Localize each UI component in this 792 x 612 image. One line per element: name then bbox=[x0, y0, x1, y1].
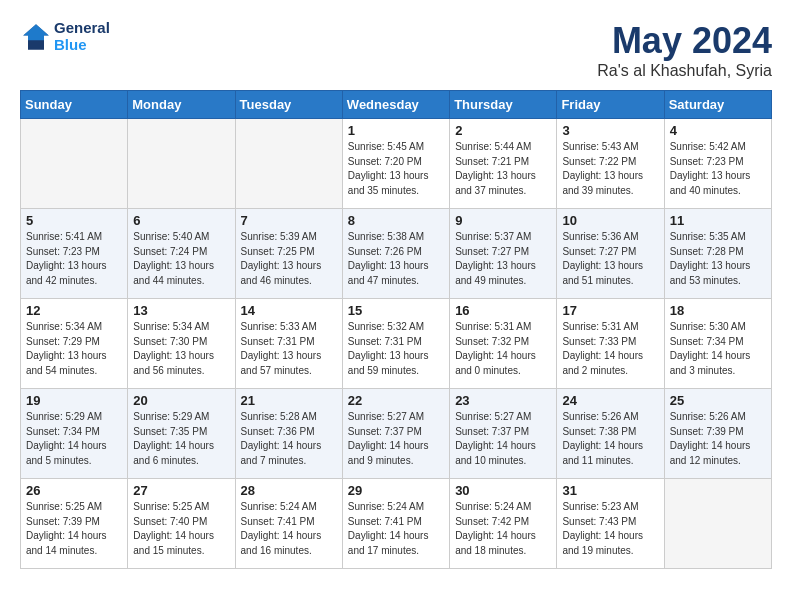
calendar-cell: 6Sunrise: 5:40 AM Sunset: 7:24 PM Daylig… bbox=[128, 209, 235, 299]
calendar-cell: 2Sunrise: 5:44 AM Sunset: 7:21 PM Daylig… bbox=[450, 119, 557, 209]
week-row-3: 12Sunrise: 5:34 AM Sunset: 7:29 PM Dayli… bbox=[21, 299, 772, 389]
calendar-cell: 22Sunrise: 5:27 AM Sunset: 7:37 PM Dayli… bbox=[342, 389, 449, 479]
day-info: Sunrise: 5:32 AM Sunset: 7:31 PM Dayligh… bbox=[348, 320, 444, 378]
logo-line2: Blue bbox=[54, 37, 110, 54]
day-number: 17 bbox=[562, 303, 658, 318]
day-number: 25 bbox=[670, 393, 766, 408]
calendar-cell bbox=[128, 119, 235, 209]
day-number: 28 bbox=[241, 483, 337, 498]
page-header: General Blue May 2024 Ra's al Khashufah,… bbox=[20, 20, 772, 80]
day-number: 24 bbox=[562, 393, 658, 408]
day-number: 9 bbox=[455, 213, 551, 228]
weekday-header-friday: Friday bbox=[557, 91, 664, 119]
calendar-cell: 23Sunrise: 5:27 AM Sunset: 7:37 PM Dayli… bbox=[450, 389, 557, 479]
day-info: Sunrise: 5:27 AM Sunset: 7:37 PM Dayligh… bbox=[455, 410, 551, 468]
weekday-header-sunday: Sunday bbox=[21, 91, 128, 119]
day-info: Sunrise: 5:25 AM Sunset: 7:39 PM Dayligh… bbox=[26, 500, 122, 558]
calendar-cell: 12Sunrise: 5:34 AM Sunset: 7:29 PM Dayli… bbox=[21, 299, 128, 389]
calendar-cell: 26Sunrise: 5:25 AM Sunset: 7:39 PM Dayli… bbox=[21, 479, 128, 569]
calendar-cell: 10Sunrise: 5:36 AM Sunset: 7:27 PM Dayli… bbox=[557, 209, 664, 299]
week-row-5: 26Sunrise: 5:25 AM Sunset: 7:39 PM Dayli… bbox=[21, 479, 772, 569]
month-title: May 2024 bbox=[597, 20, 772, 62]
calendar-cell: 5Sunrise: 5:41 AM Sunset: 7:23 PM Daylig… bbox=[21, 209, 128, 299]
calendar-cell: 21Sunrise: 5:28 AM Sunset: 7:36 PM Dayli… bbox=[235, 389, 342, 479]
day-info: Sunrise: 5:42 AM Sunset: 7:23 PM Dayligh… bbox=[670, 140, 766, 198]
day-info: Sunrise: 5:37 AM Sunset: 7:27 PM Dayligh… bbox=[455, 230, 551, 288]
day-number: 12 bbox=[26, 303, 122, 318]
day-number: 21 bbox=[241, 393, 337, 408]
week-row-4: 19Sunrise: 5:29 AM Sunset: 7:34 PM Dayli… bbox=[21, 389, 772, 479]
calendar-cell: 9Sunrise: 5:37 AM Sunset: 7:27 PM Daylig… bbox=[450, 209, 557, 299]
day-number: 6 bbox=[133, 213, 229, 228]
calendar-cell: 7Sunrise: 5:39 AM Sunset: 7:25 PM Daylig… bbox=[235, 209, 342, 299]
day-info: Sunrise: 5:29 AM Sunset: 7:34 PM Dayligh… bbox=[26, 410, 122, 468]
day-info: Sunrise: 5:35 AM Sunset: 7:28 PM Dayligh… bbox=[670, 230, 766, 288]
day-info: Sunrise: 5:38 AM Sunset: 7:26 PM Dayligh… bbox=[348, 230, 444, 288]
calendar-cell: 17Sunrise: 5:31 AM Sunset: 7:33 PM Dayli… bbox=[557, 299, 664, 389]
day-info: Sunrise: 5:45 AM Sunset: 7:20 PM Dayligh… bbox=[348, 140, 444, 198]
day-number: 11 bbox=[670, 213, 766, 228]
day-number: 23 bbox=[455, 393, 551, 408]
day-number: 29 bbox=[348, 483, 444, 498]
day-info: Sunrise: 5:24 AM Sunset: 7:41 PM Dayligh… bbox=[241, 500, 337, 558]
day-number: 22 bbox=[348, 393, 444, 408]
day-info: Sunrise: 5:31 AM Sunset: 7:33 PM Dayligh… bbox=[562, 320, 658, 378]
logo-icon bbox=[20, 21, 52, 53]
calendar-table: SundayMondayTuesdayWednesdayThursdayFrid… bbox=[20, 90, 772, 569]
calendar-cell: 4Sunrise: 5:42 AM Sunset: 7:23 PM Daylig… bbox=[664, 119, 771, 209]
calendar-cell bbox=[664, 479, 771, 569]
day-number: 13 bbox=[133, 303, 229, 318]
title-block: May 2024 Ra's al Khashufah, Syria bbox=[597, 20, 772, 80]
day-number: 30 bbox=[455, 483, 551, 498]
day-info: Sunrise: 5:26 AM Sunset: 7:38 PM Dayligh… bbox=[562, 410, 658, 468]
calendar-cell: 11Sunrise: 5:35 AM Sunset: 7:28 PM Dayli… bbox=[664, 209, 771, 299]
day-info: Sunrise: 5:43 AM Sunset: 7:22 PM Dayligh… bbox=[562, 140, 658, 198]
day-number: 7 bbox=[241, 213, 337, 228]
day-number: 20 bbox=[133, 393, 229, 408]
day-number: 31 bbox=[562, 483, 658, 498]
calendar-cell: 25Sunrise: 5:26 AM Sunset: 7:39 PM Dayli… bbox=[664, 389, 771, 479]
day-info: Sunrise: 5:39 AM Sunset: 7:25 PM Dayligh… bbox=[241, 230, 337, 288]
day-info: Sunrise: 5:29 AM Sunset: 7:35 PM Dayligh… bbox=[133, 410, 229, 468]
day-info: Sunrise: 5:23 AM Sunset: 7:43 PM Dayligh… bbox=[562, 500, 658, 558]
calendar-cell: 1Sunrise: 5:45 AM Sunset: 7:20 PM Daylig… bbox=[342, 119, 449, 209]
svg-marker-1 bbox=[23, 24, 49, 40]
calendar-cell: 31Sunrise: 5:23 AM Sunset: 7:43 PM Dayli… bbox=[557, 479, 664, 569]
day-info: Sunrise: 5:41 AM Sunset: 7:23 PM Dayligh… bbox=[26, 230, 122, 288]
day-info: Sunrise: 5:44 AM Sunset: 7:21 PM Dayligh… bbox=[455, 140, 551, 198]
calendar-cell: 28Sunrise: 5:24 AM Sunset: 7:41 PM Dayli… bbox=[235, 479, 342, 569]
calendar-cell: 3Sunrise: 5:43 AM Sunset: 7:22 PM Daylig… bbox=[557, 119, 664, 209]
weekday-header-monday: Monday bbox=[128, 91, 235, 119]
calendar-cell: 14Sunrise: 5:33 AM Sunset: 7:31 PM Dayli… bbox=[235, 299, 342, 389]
day-info: Sunrise: 5:30 AM Sunset: 7:34 PM Dayligh… bbox=[670, 320, 766, 378]
day-number: 15 bbox=[348, 303, 444, 318]
day-number: 4 bbox=[670, 123, 766, 138]
day-info: Sunrise: 5:31 AM Sunset: 7:32 PM Dayligh… bbox=[455, 320, 551, 378]
day-info: Sunrise: 5:34 AM Sunset: 7:30 PM Dayligh… bbox=[133, 320, 229, 378]
calendar-cell: 15Sunrise: 5:32 AM Sunset: 7:31 PM Dayli… bbox=[342, 299, 449, 389]
day-number: 1 bbox=[348, 123, 444, 138]
day-info: Sunrise: 5:34 AM Sunset: 7:29 PM Dayligh… bbox=[26, 320, 122, 378]
calendar-cell: 24Sunrise: 5:26 AM Sunset: 7:38 PM Dayli… bbox=[557, 389, 664, 479]
calendar-cell: 30Sunrise: 5:24 AM Sunset: 7:42 PM Dayli… bbox=[450, 479, 557, 569]
day-number: 26 bbox=[26, 483, 122, 498]
week-row-1: 1Sunrise: 5:45 AM Sunset: 7:20 PM Daylig… bbox=[21, 119, 772, 209]
day-number: 27 bbox=[133, 483, 229, 498]
day-info: Sunrise: 5:28 AM Sunset: 7:36 PM Dayligh… bbox=[241, 410, 337, 468]
weekday-header-row: SundayMondayTuesdayWednesdayThursdayFrid… bbox=[21, 91, 772, 119]
calendar-cell bbox=[21, 119, 128, 209]
day-info: Sunrise: 5:24 AM Sunset: 7:41 PM Dayligh… bbox=[348, 500, 444, 558]
day-info: Sunrise: 5:33 AM Sunset: 7:31 PM Dayligh… bbox=[241, 320, 337, 378]
calendar-cell: 27Sunrise: 5:25 AM Sunset: 7:40 PM Dayli… bbox=[128, 479, 235, 569]
weekday-header-thursday: Thursday bbox=[450, 91, 557, 119]
day-number: 2 bbox=[455, 123, 551, 138]
weekday-header-saturday: Saturday bbox=[664, 91, 771, 119]
day-number: 5 bbox=[26, 213, 122, 228]
calendar-cell: 19Sunrise: 5:29 AM Sunset: 7:34 PM Dayli… bbox=[21, 389, 128, 479]
calendar-cell: 29Sunrise: 5:24 AM Sunset: 7:41 PM Dayli… bbox=[342, 479, 449, 569]
location: Ra's al Khashufah, Syria bbox=[597, 62, 772, 80]
calendar-cell bbox=[235, 119, 342, 209]
logo-line1: General bbox=[54, 20, 110, 37]
calendar-cell: 16Sunrise: 5:31 AM Sunset: 7:32 PM Dayli… bbox=[450, 299, 557, 389]
day-info: Sunrise: 5:24 AM Sunset: 7:42 PM Dayligh… bbox=[455, 500, 551, 558]
